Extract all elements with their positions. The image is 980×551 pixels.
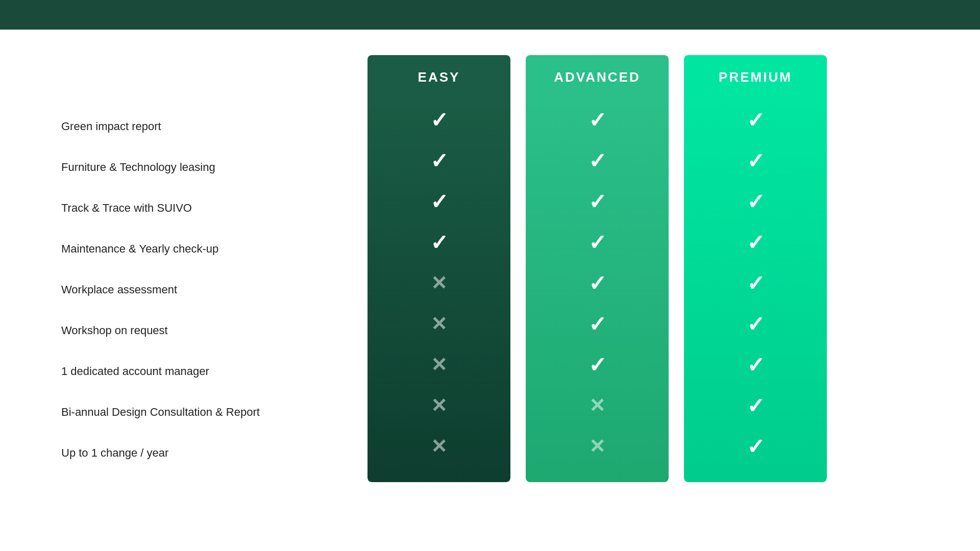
plan-cell-easy-maintenance: ✓ bbox=[368, 222, 510, 263]
plan-cell-advanced-account-manager: ✓ bbox=[526, 344, 669, 385]
plan-cell-advanced-furniture-leasing: ✓ bbox=[526, 140, 669, 181]
check-icon: ✓ bbox=[589, 108, 606, 133]
plan-cell-advanced-change-year: ✕ bbox=[526, 426, 669, 467]
cross-icon: ✕ bbox=[431, 435, 447, 458]
plan-body-advanced: ✓✓✓✓✓✓✓✕✕ bbox=[526, 99, 669, 482]
features-column: Green impact reportFurniture & Technolog… bbox=[61, 55, 276, 473]
check-icon: ✓ bbox=[589, 230, 606, 255]
check-icon: ✓ bbox=[747, 353, 765, 378]
check-icon: ✓ bbox=[747, 393, 765, 418]
plan-cell-premium-workplace-assessment: ✓ bbox=[684, 263, 827, 304]
check-icon: ✓ bbox=[430, 189, 448, 214]
cross-icon: ✕ bbox=[431, 354, 447, 376]
feature-row-change-year: Up to 1 change / year bbox=[61, 433, 276, 473]
feature-row-workshop-request: Workshop on request bbox=[61, 310, 276, 351]
plan-cell-easy-design-consultation: ✕ bbox=[368, 385, 510, 426]
plan-header-advanced: ADVANCED bbox=[526, 55, 669, 99]
feature-label-track-trace: Track & Trace with SUIVO bbox=[61, 201, 192, 216]
plan-cell-premium-workshop-request: ✓ bbox=[684, 304, 827, 344]
plan-cell-premium-change-year: ✓ bbox=[684, 426, 827, 467]
feature-label-furniture-leasing: Furniture & Technology leasing bbox=[61, 160, 215, 175]
feature-label-workplace-assessment: Workplace assessment bbox=[61, 283, 177, 297]
check-icon: ✓ bbox=[589, 353, 606, 378]
feature-label-maintenance: Maintenance & Yearly check-up bbox=[61, 242, 218, 257]
cross-icon: ✕ bbox=[431, 394, 447, 417]
plans-area: EASY✓✓✓✓✕✕✕✕✕ADVANCED✓✓✓✓✓✓✓✕✕PREMIUM✓✓✓… bbox=[276, 55, 919, 482]
plan-cell-easy-account-manager: ✕ bbox=[368, 344, 510, 385]
check-icon: ✓ bbox=[747, 271, 765, 296]
cross-icon: ✕ bbox=[589, 394, 605, 417]
feature-row-green-impact: Green impact report bbox=[61, 106, 276, 147]
plan-cell-easy-change-year: ✕ bbox=[368, 426, 510, 467]
check-icon: ✓ bbox=[589, 189, 606, 214]
plan-cell-advanced-maintenance: ✓ bbox=[526, 222, 669, 263]
plan-col-advanced: ADVANCED✓✓✓✓✓✓✓✕✕ bbox=[526, 55, 669, 482]
plan-cell-premium-account-manager: ✓ bbox=[684, 344, 827, 385]
plan-title-easy: EASY bbox=[418, 69, 460, 85]
plan-header-easy: EASY bbox=[368, 55, 510, 99]
plan-col-premium: PREMIUM✓✓✓✓✓✓✓✓✓ bbox=[684, 55, 827, 482]
plan-header-premium: PREMIUM bbox=[684, 55, 827, 99]
feature-row-account-manager: 1 dedicated account manager bbox=[61, 351, 276, 392]
feature-row-workplace-assessment: Workplace assessment bbox=[61, 269, 276, 310]
plan-cell-advanced-green-impact: ✓ bbox=[526, 99, 669, 140]
plan-cell-premium-track-trace: ✓ bbox=[684, 181, 827, 222]
plan-cell-easy-furniture-leasing: ✓ bbox=[368, 140, 510, 181]
main-content: Green impact reportFurniture & Technolog… bbox=[0, 30, 980, 507]
feature-label-change-year: Up to 1 change / year bbox=[61, 446, 168, 461]
feature-label-green-impact: Green impact report bbox=[61, 119, 161, 134]
check-icon: ✓ bbox=[430, 108, 448, 133]
plan-col-easy: EASY✓✓✓✓✕✕✕✕✕ bbox=[368, 55, 510, 482]
feature-label-workshop-request: Workshop on request bbox=[61, 323, 168, 338]
plan-cell-premium-green-impact: ✓ bbox=[684, 99, 827, 140]
check-icon: ✓ bbox=[589, 271, 606, 296]
plan-cell-easy-workshop-request: ✕ bbox=[368, 304, 510, 344]
plan-body-premium: ✓✓✓✓✓✓✓✓✓ bbox=[684, 99, 827, 482]
check-icon: ✓ bbox=[430, 148, 448, 173]
feature-row-furniture-leasing: Furniture & Technology leasing bbox=[61, 147, 276, 188]
plan-title-premium: PREMIUM bbox=[719, 69, 792, 85]
feature-row-design-consultation: Bi-annual Design Consultation & Report bbox=[61, 392, 276, 433]
check-icon: ✓ bbox=[589, 148, 606, 173]
check-icon: ✓ bbox=[747, 230, 765, 255]
feature-row-track-trace: Track & Trace with SUIVO bbox=[61, 188, 276, 229]
cross-icon: ✕ bbox=[589, 435, 605, 458]
feature-row-maintenance: Maintenance & Yearly check-up bbox=[61, 229, 276, 269]
plan-cell-advanced-design-consultation: ✕ bbox=[526, 385, 669, 426]
check-icon: ✓ bbox=[747, 108, 765, 133]
plan-title-advanced: ADVANCED bbox=[554, 69, 640, 85]
plan-cell-advanced-workplace-assessment: ✓ bbox=[526, 263, 669, 304]
check-icon: ✓ bbox=[430, 230, 448, 255]
plan-cell-easy-track-trace: ✓ bbox=[368, 181, 510, 222]
check-icon: ✓ bbox=[747, 148, 765, 173]
check-icon: ✓ bbox=[747, 434, 765, 459]
plan-cell-premium-design-consultation: ✓ bbox=[684, 385, 827, 426]
plan-cell-easy-green-impact: ✓ bbox=[368, 99, 510, 140]
plan-cell-advanced-workshop-request: ✓ bbox=[526, 304, 669, 344]
plan-body-easy: ✓✓✓✓✕✕✕✕✕ bbox=[368, 99, 510, 482]
cross-icon: ✕ bbox=[431, 272, 447, 294]
plan-cell-premium-furniture-leasing: ✓ bbox=[684, 140, 827, 181]
check-icon: ✓ bbox=[747, 189, 765, 214]
check-icon: ✓ bbox=[747, 312, 765, 337]
plan-cell-advanced-track-trace: ✓ bbox=[526, 181, 669, 222]
plan-cell-easy-workplace-assessment: ✕ bbox=[368, 263, 510, 304]
header bbox=[0, 0, 980, 30]
feature-label-account-manager: 1 dedicated account manager bbox=[61, 364, 209, 379]
check-icon: ✓ bbox=[589, 312, 606, 337]
feature-label-design-consultation: Bi-annual Design Consultation & Report bbox=[61, 405, 260, 420]
cross-icon: ✕ bbox=[431, 313, 447, 335]
plan-cell-premium-maintenance: ✓ bbox=[684, 222, 827, 263]
